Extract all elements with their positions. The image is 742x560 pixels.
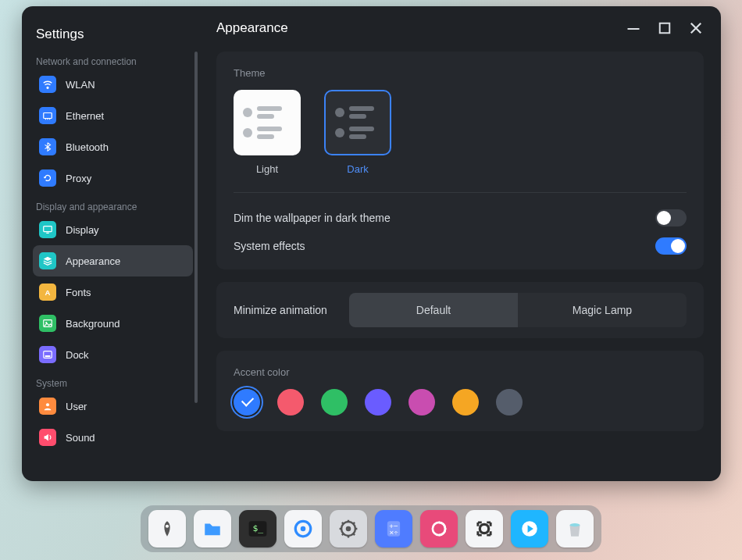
- dim-wallpaper-toggle[interactable]: [655, 209, 687, 226]
- system-effects-row: System effects: [234, 232, 687, 260]
- minimize-animation-option-magic-lamp[interactable]: Magic Lamp: [518, 293, 687, 327]
- play-icon: [519, 519, 540, 539]
- theme-card: Theme LightDark Dim the wallpaper in dar…: [216, 52, 704, 269]
- svg-point-23: [570, 523, 580, 526]
- page-title: Appearance: [216, 20, 288, 36]
- refresh-icon: [39, 169, 56, 187]
- dock-app-calculator[interactable]: +−×÷: [375, 510, 412, 548]
- minimize-button[interactable]: [626, 20, 641, 36]
- sidebar-item-sound[interactable]: Sound: [33, 422, 193, 453]
- dock-bar: $_+−×÷: [141, 505, 601, 552]
- user-icon: [39, 398, 56, 415]
- theme-option-light[interactable]: Light: [234, 90, 301, 175]
- minimize-animation-option-default[interactable]: Default: [349, 293, 518, 327]
- svg-rect-6: [45, 355, 51, 357]
- main-header: Appearance: [216, 20, 704, 36]
- sidebar-item-label: Sound: [66, 432, 95, 444]
- sidebar-item-ethernet[interactable]: Ethernet: [33, 100, 193, 131]
- divider: [234, 192, 687, 193]
- dock-app-browser[interactable]: [284, 510, 322, 548]
- sidebar-item-bluetooth[interactable]: Bluetooth: [33, 131, 193, 162]
- picture-icon: [39, 315, 56, 332]
- section-label: System: [36, 378, 190, 389]
- svg-point-14: [301, 526, 306, 532]
- calc-icon: +−×÷: [383, 519, 404, 539]
- sidebar-item-display[interactable]: Display: [33, 214, 193, 245]
- accent-swatch[interactable]: [452, 389, 479, 416]
- dock-app-media[interactable]: [511, 510, 548, 548]
- gear-icon: [338, 519, 359, 539]
- accent-color-card: Accent color: [216, 351, 704, 431]
- section-label: Network and connection: [36, 56, 190, 67]
- accent-swatch[interactable]: [365, 389, 391, 416]
- folder-icon: [202, 519, 223, 539]
- theme-preview-dark: [324, 90, 391, 155]
- main-panel: Appearance Theme LightDark Dim the wallp…: [199, 6, 721, 481]
- accent-swatch[interactable]: [277, 389, 304, 416]
- svg-rect-8: [628, 28, 640, 30]
- sidebar-item-dock[interactable]: Dock: [33, 339, 193, 370]
- sidebar-scrollbar[interactable]: [194, 52, 198, 403]
- theme-option-label: Light: [256, 163, 278, 175]
- dock-app-settings[interactable]: [330, 510, 367, 548]
- terminal-icon: $_: [248, 519, 268, 539]
- dim-wallpaper-label: Dim the wallpaper in dark theme: [234, 212, 391, 224]
- svg-text:×÷: ×÷: [389, 528, 398, 537]
- theme-option-dark[interactable]: Dark: [324, 90, 391, 175]
- sidebar-item-label: User: [66, 401, 87, 412]
- accent-color-label: Accent color: [234, 366, 687, 378]
- dock-app-files[interactable]: [194, 510, 231, 548]
- theme-section-label: Theme: [234, 67, 687, 79]
- sidebar-item-label: Ethernet: [66, 110, 104, 122]
- minimize-animation-segmented[interactable]: DefaultMagic Lamp: [349, 293, 687, 327]
- sidebar-item-proxy[interactable]: Proxy: [33, 162, 193, 194]
- svg-text:$_: $_: [253, 523, 264, 533]
- svg-point-21: [480, 524, 488, 533]
- minimize-animation-label: Minimize animation: [234, 304, 335, 316]
- close-button[interactable]: [688, 20, 704, 36]
- accent-swatch[interactable]: [321, 389, 348, 416]
- svg-point-7: [46, 403, 49, 406]
- letter-a-icon: A: [39, 284, 56, 301]
- sidebar-item-background[interactable]: Background: [33, 308, 193, 339]
- window-controls: [626, 20, 704, 36]
- maximize-button[interactable]: [657, 20, 672, 36]
- svg-text:A: A: [45, 288, 51, 297]
- svg-point-16: [346, 526, 351, 532]
- settings-window: Settings Network and connectionWLANEther…: [22, 6, 721, 481]
- ethernet-icon: [39, 107, 56, 124]
- minimize-animation-row: Minimize animation DefaultMagic Lamp: [234, 293, 687, 327]
- crop-icon: [474, 519, 494, 539]
- window-title: Settings: [36, 27, 190, 42]
- trash-icon: [565, 519, 585, 539]
- monitor-icon: [39, 221, 56, 238]
- sidebar-item-label: Bluetooth: [66, 141, 109, 153]
- svg-rect-9: [660, 23, 670, 34]
- swirl-icon: [429, 519, 449, 539]
- system-effects-toggle[interactable]: [655, 237, 687, 255]
- sidebar-item-label: Proxy: [66, 173, 91, 184]
- svg-rect-0: [44, 113, 52, 119]
- sidebar-item-appearance[interactable]: Appearance: [33, 245, 193, 276]
- section-label: Display and appearance: [36, 202, 190, 212]
- sidebar-item-label: WLAN: [66, 79, 95, 91]
- sidebar-item-wlan[interactable]: WLAN: [33, 69, 193, 100]
- dock-app-trash[interactable]: [556, 510, 594, 548]
- dock-app-screenshot[interactable]: [466, 510, 503, 548]
- accent-swatch[interactable]: [234, 389, 260, 416]
- dock-app-software[interactable]: [420, 510, 458, 548]
- sidebar-item-user[interactable]: User: [33, 391, 193, 422]
- dim-wallpaper-row: Dim the wallpaper in dark theme: [234, 204, 687, 232]
- theme-option-label: Dark: [347, 163, 368, 175]
- dock-app-terminal[interactable]: $_: [239, 510, 276, 548]
- accent-swatch[interactable]: [408, 389, 435, 416]
- wifi-icon: [39, 76, 56, 93]
- dock-app-launcher[interactable]: [148, 510, 186, 548]
- sidebar-item-label: Display: [66, 224, 99, 236]
- dock-icon: [39, 346, 56, 363]
- speaker-icon: [39, 429, 56, 446]
- rocket-icon: [157, 519, 177, 539]
- sidebar-item-fonts[interactable]: AFonts: [33, 276, 193, 308]
- bluetooth-icon: [39, 138, 56, 155]
- accent-swatch[interactable]: [496, 389, 523, 416]
